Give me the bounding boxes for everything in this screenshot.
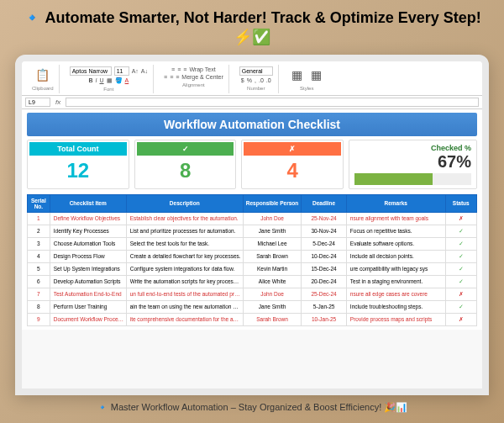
cell-remarks[interactable]: nsure alignment with team goals [346, 212, 445, 225]
cell-item[interactable]: Design Process Flow [50, 250, 126, 262]
formula-input[interactable] [66, 98, 479, 107]
cell-item[interactable]: Document Workflow Processes [50, 313, 126, 325]
cell-remarks[interactable]: Test in a staging environment. [346, 275, 445, 288]
cell-remarks[interactable]: Include troubleshooting steps. [346, 300, 445, 313]
cell-reference-box[interactable] [25, 98, 50, 107]
cell-deadline[interactable]: 5-Jan-25 [302, 300, 347, 313]
align-bottom-icon[interactable]: ≡ [183, 66, 186, 72]
cell-status[interactable]: ✗ [445, 288, 476, 300]
cell-status[interactable]: ✓ [445, 225, 476, 237]
col-remarks[interactable]: Remarks [346, 194, 445, 212]
cell-item[interactable]: Set Up System Integrations [50, 262, 126, 275]
cell-status[interactable]: ✓ [445, 300, 476, 313]
font-color-icon[interactable]: A [125, 77, 129, 83]
cell-sn[interactable]: 2 [28, 225, 50, 237]
table-row[interactable]: 5Set Up System IntegrationsConfigure sys… [28, 262, 477, 275]
cell-deadline[interactable]: 20-Dec-24 [302, 275, 347, 288]
cell-status[interactable]: ✓ [445, 237, 476, 250]
format-as-table-icon[interactable]: ▦ [308, 66, 325, 83]
cell-person[interactable]: Jane Smith [243, 300, 302, 313]
underline-icon[interactable]: U [100, 77, 104, 83]
cell-sn[interactable]: 7 [28, 288, 50, 300]
cell-deadline[interactable]: 10-Dec-24 [302, 250, 347, 262]
paste-icon[interactable]: 📋 [34, 66, 51, 83]
cell-desc[interactable]: ain the team on using the new automation… [126, 300, 243, 313]
cell-sn[interactable]: 4 [28, 250, 50, 262]
cell-desc[interactable]: Select the best tools for the task. [126, 237, 243, 250]
col-person[interactable]: Responsible Person [243, 194, 302, 212]
cell-remarks[interactable]: Evaluate software options. [346, 237, 445, 250]
cell-deadline[interactable]: 25-Dec-24 [302, 288, 347, 300]
align-left-icon[interactable]: ≡ [164, 74, 167, 80]
cell-sn[interactable]: 3 [28, 237, 50, 250]
cell-person[interactable]: John Doe [243, 288, 302, 300]
font-size-select[interactable] [114, 66, 129, 76]
table-row[interactable]: 6Develop Automation ScriptsWrite the aut… [28, 275, 477, 288]
cell-sn[interactable]: 8 [28, 300, 50, 313]
cell-remarks[interactable]: ure compatibility with legacy sys [346, 262, 445, 275]
col-status[interactable]: Status [445, 194, 476, 212]
increase-decimal-icon[interactable]: .0 [259, 77, 264, 83]
align-middle-icon[interactable]: ≡ [177, 66, 181, 72]
cell-remarks[interactable]: Focus on repetitive tasks. [346, 225, 445, 237]
cell-sn[interactable]: 9 [28, 313, 50, 325]
col-deadline[interactable]: Deadline [302, 194, 347, 212]
table-row[interactable]: 8Perform User Trainingain the team on us… [28, 300, 477, 313]
cell-sn[interactable]: 6 [28, 275, 50, 288]
cell-desc[interactable]: Write the automation scripts for key pro… [126, 275, 243, 288]
merge-center-button[interactable]: Merge & Center [181, 74, 223, 80]
decrease-decimal-icon[interactable]: .0 [266, 77, 271, 83]
cell-person[interactable]: Kevin Martin [243, 262, 302, 275]
cell-item[interactable]: Identify Key Processes [50, 225, 126, 237]
cell-status[interactable]: ✓ [445, 250, 476, 262]
cell-desc[interactable]: un full end-to-end tests of the automate… [126, 288, 243, 300]
cell-item[interactable]: Test Automation End-to-End [50, 288, 126, 300]
align-top-icon[interactable]: ≡ [171, 66, 175, 72]
cell-sn[interactable]: 1 [28, 212, 50, 225]
conditional-formatting-icon[interactable]: ▦ [289, 66, 306, 83]
cell-remarks[interactable]: Include all decision points. [346, 250, 445, 262]
cell-desc[interactable]: Create a detailed flowchart for key proc… [126, 250, 243, 262]
table-row[interactable]: 9Document Workflow Processesite comprehe… [28, 313, 477, 325]
table-row[interactable]: 3Choose Automation ToolsSelect the best … [28, 237, 477, 250]
cell-status[interactable]: ✓ [445, 275, 476, 288]
cell-sn[interactable]: 5 [28, 262, 50, 275]
col-serial[interactable]: Serial No. [28, 194, 50, 212]
comma-icon[interactable]: , [255, 77, 256, 83]
align-center-icon[interactable]: ≡ [170, 74, 173, 80]
border-icon[interactable]: ▦ [107, 77, 113, 84]
align-right-icon[interactable]: ≡ [176, 74, 179, 80]
cell-item[interactable]: Define Workflow Objectives [50, 212, 126, 225]
cell-item[interactable]: Choose Automation Tools [50, 237, 126, 250]
col-desc[interactable]: Description [126, 194, 243, 212]
percent-icon[interactable]: % [247, 77, 252, 83]
cell-person[interactable]: Sarah Brown [243, 250, 302, 262]
cell-person[interactable]: Sarah Brown [243, 313, 302, 325]
increase-font-icon[interactable]: A↑ [132, 68, 139, 74]
cell-desc[interactable]: Establish clear objectives for the autom… [126, 212, 243, 225]
cell-status[interactable]: ✗ [445, 313, 476, 325]
table-row[interactable]: 1Define Workflow ObjectivesEstablish cle… [28, 212, 477, 225]
table-row[interactable]: 2Identify Key ProcessesList and prioriti… [28, 225, 477, 237]
number-format-select[interactable] [239, 66, 273, 76]
table-row[interactable]: 7Test Automation End-to-Endun full end-t… [28, 288, 477, 300]
cell-desc[interactable]: ite comprehensive documentation for the … [126, 313, 243, 325]
cell-item[interactable]: Develop Automation Scripts [50, 275, 126, 288]
cell-status[interactable]: ✓ [445, 262, 476, 275]
cell-person[interactable]: Alice White [243, 275, 302, 288]
fx-icon[interactable]: fx [55, 98, 60, 106]
cell-status[interactable]: ✗ [445, 212, 476, 225]
cell-person[interactable]: Michael Lee [243, 237, 302, 250]
font-name-select[interactable] [70, 66, 112, 76]
col-item[interactable]: Checklist Item [50, 194, 126, 212]
cell-deadline[interactable]: 15-Dec-24 [302, 262, 347, 275]
cell-remarks[interactable]: nsure all edge cases are covere [346, 288, 445, 300]
cell-remarks[interactable]: Provide process maps and scripts [346, 313, 445, 325]
cell-deadline[interactable]: 25-Nov-24 [302, 212, 347, 225]
cell-desc[interactable]: Configure system integrations for data f… [126, 262, 243, 275]
checklist-table[interactable]: Serial No. Checklist Item Description Re… [27, 194, 477, 326]
cell-desc[interactable]: List and prioritize processes for automa… [126, 225, 243, 237]
decrease-font-icon[interactable]: A↓ [141, 68, 148, 74]
cell-person[interactable]: Jane Smith [243, 225, 302, 237]
cell-deadline[interactable]: 30-Nov-24 [302, 225, 347, 237]
